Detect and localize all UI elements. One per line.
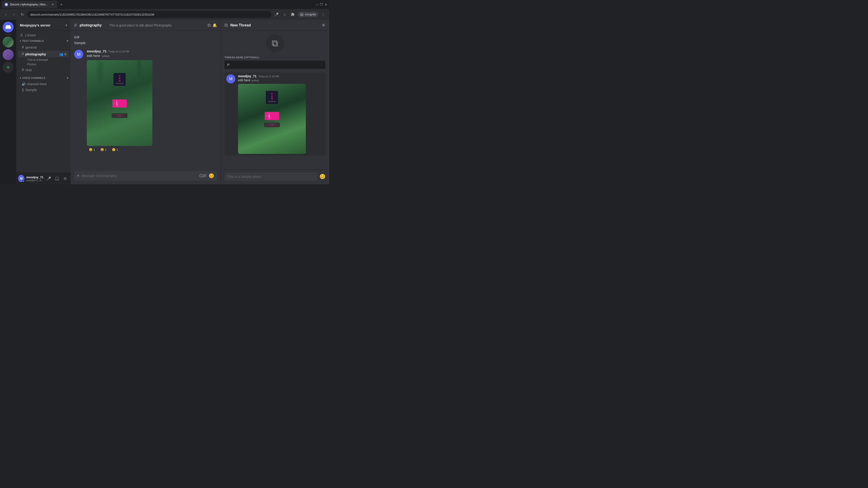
channel-header-name: photography	[80, 23, 102, 27]
reaction-3[interactable]: 😊 1	[110, 147, 120, 152]
channel-general-label: general	[25, 45, 37, 49]
voice-section-chevron: ▾	[20, 77, 21, 79]
tab-bar: Discord | #photography | Moo... ✕ + ─ ❐ …	[0, 0, 329, 9]
reaction-2[interactable]: 😩 1	[98, 147, 108, 152]
events-item[interactable]: 🗓 1 Event	[16, 33, 70, 38]
message-time-1: Today at 11:24 PM	[108, 50, 129, 53]
thread-panel-close-button[interactable]: ✕	[321, 22, 326, 28]
thread-input-area: 😊	[221, 169, 329, 184]
tab-close-button[interactable]: ✕	[51, 3, 55, 6]
channel-sample[interactable]: ╠ Sample	[18, 87, 69, 93]
gif-item: GIF	[70, 34, 221, 40]
thread-message-time: Today at 11:24 PM	[258, 75, 279, 78]
thread-preview-icon: ⧉	[266, 34, 284, 53]
channel-channel-here[interactable]: 🔊 channel-here	[18, 81, 69, 87]
reaction-emoji-1: 😅	[89, 148, 92, 151]
minimize-button[interactable]: ─	[316, 3, 318, 6]
channel-header: # photography This is good place to talk…	[70, 20, 221, 31]
thread-photos[interactable]: Photos	[18, 62, 69, 66]
deafen-button[interactable]: 🎧	[53, 175, 61, 182]
channel-chat[interactable]: # chat	[18, 67, 69, 73]
add-server-button[interactable]: +	[3, 62, 13, 73]
reload-button[interactable]: ↻	[19, 11, 25, 18]
channel-sidebar: Moojoyjoy's server ▾ 🗓 1 Event ▾ TEXT CH…	[16, 20, 70, 184]
thread-message-header: moodjoy_71 Today at 11:24 PM	[238, 74, 324, 78]
nav-bar: ‹ › ↻ discord.com/channels/1182346851781…	[0, 9, 329, 20]
general-hash-icon: #	[22, 45, 24, 50]
thread-name-label: THREAD NAME (OPTIONAL)	[224, 56, 326, 59]
channel-settings-icon[interactable]: ⚙	[64, 53, 67, 56]
mute-button[interactable]: 🎤	[45, 175, 53, 182]
tab-favicon	[4, 3, 8, 6]
forward-button[interactable]: ›	[11, 11, 17, 18]
voice-channels-header[interactable]: ▾ VOICE CHANNELS +	[16, 75, 70, 81]
mic-icon[interactable]: 🎤	[273, 11, 280, 18]
gif-button[interactable]: GIF	[199, 173, 207, 178]
extensions-icon[interactable]	[289, 11, 296, 18]
server1-wrapper	[3, 37, 13, 47]
channel-chat-label: chat	[25, 68, 32, 72]
reaction-count-1: 1	[93, 148, 95, 151]
text-channels-label: TEXT CHANNELS	[22, 39, 44, 42]
new-thread-panel: ⧉ New Thread ✕ ⧉ THREAD NAME (OPTIONAL) …	[221, 20, 329, 184]
message-group-1: M moodjoy_71 Today at 11:24 PM edit here…	[70, 48, 221, 153]
sample-item: Sample	[70, 40, 221, 46]
channel-header-hash-icon: #	[74, 22, 77, 28]
reaction-count-2: 1	[105, 148, 106, 151]
server2-icon[interactable]	[3, 49, 13, 60]
url-text: discord.com/channels/1182346851781984336…	[30, 13, 154, 16]
thread-message-input[interactable]	[224, 172, 318, 181]
members-icon[interactable]: 👥	[59, 53, 63, 56]
tab-title: Discord | #photography | Moo...	[10, 3, 48, 6]
restore-button[interactable]: ❐	[320, 3, 323, 6]
new-tab-button[interactable]: +	[58, 1, 64, 8]
emoji-button[interactable]: 😊	[209, 173, 214, 178]
thread-this-is-a-thread[interactable]: This is a thread!	[18, 58, 69, 62]
channel-list: 🗓 1 Event ▾ TEXT CHANNELS + # general	[16, 31, 70, 173]
user-info: moodjoy_71 moodjoy71_0...	[26, 175, 43, 182]
chat-input-box: + GIF 😊	[74, 171, 217, 181]
discord-home-button[interactable]	[3, 22, 13, 33]
event-count: 1 Event	[25, 33, 35, 37]
address-bar[interactable]: discord.com/channels/1182346851781984336…	[27, 11, 272, 18]
photo-placeholder-1: 行者滝 Genja Taki Fall ← 不動瀧まで Fudo Taki Fa…	[87, 60, 152, 146]
channel-photography[interactable]: # photography 👥 ⚙	[18, 51, 69, 57]
thread-panel-title: New Thread	[230, 23, 251, 27]
notification-header-icon[interactable]: 🔔	[213, 23, 217, 27]
reaction-count-3: 1	[116, 148, 118, 151]
add-text-channel-button[interactable]: +	[66, 39, 69, 43]
user-settings-button[interactable]: ⚙	[61, 175, 69, 182]
chat-input[interactable]	[81, 171, 197, 181]
star-icon[interactable]: ☆	[281, 11, 288, 18]
threads-header-icon[interactable]: ⧉	[208, 23, 211, 28]
back-button[interactable]: ‹	[3, 11, 9, 18]
server-list: +	[0, 20, 16, 184]
text-channels-section: ▾ TEXT CHANNELS + # general # photograph…	[16, 38, 70, 73]
more-menu-icon[interactable]: ⋮	[320, 11, 327, 18]
active-tab[interactable]: Discord | #photography | Moo... ✕	[2, 1, 57, 8]
message-header-1: moodjoy_71 Today at 11:24 PM	[87, 49, 217, 53]
main-chat-area: # photography This is good place to talk…	[70, 20, 221, 184]
server-name: Moojoyjoy's server	[20, 23, 51, 27]
server-header[interactable]: Moojoyjoy's server ▾	[16, 20, 70, 31]
discord-app: + Moojoyjoy's server ▾ 🗓 1 Event ▾ TEXT …	[0, 20, 329, 184]
text-channels-header[interactable]: ▾ TEXT CHANNELS +	[16, 38, 70, 44]
thread-name-input[interactable]	[224, 61, 326, 69]
channel-general[interactable]: # general	[18, 44, 69, 51]
incognito-button[interactable]: Incognito	[298, 12, 318, 17]
server-moodjoys-icon[interactable]	[3, 37, 13, 47]
thread-header-left: ⧉ New Thread	[224, 23, 251, 28]
sample-label: Sample	[25, 88, 37, 92]
server-chevron-icon: ▾	[66, 24, 67, 27]
sample-label-chat: Sample	[74, 41, 86, 45]
chat-input-area: + GIF 😊	[70, 171, 221, 184]
header-actions: ⧉ 🔔	[208, 23, 217, 28]
thread-edited-tag: (edited)	[251, 79, 259, 82]
reaction-1[interactable]: 😅 1	[87, 147, 97, 152]
thread-emoji-button[interactable]: 😊	[319, 174, 326, 180]
add-voice-channel-button[interactable]: +	[66, 76, 69, 80]
reaction-emoji-3: 😊	[112, 148, 116, 151]
attach-button[interactable]: +	[77, 173, 80, 178]
close-window-button[interactable]: ✕	[324, 3, 327, 6]
chat-input-actions: GIF 😊	[199, 173, 214, 178]
